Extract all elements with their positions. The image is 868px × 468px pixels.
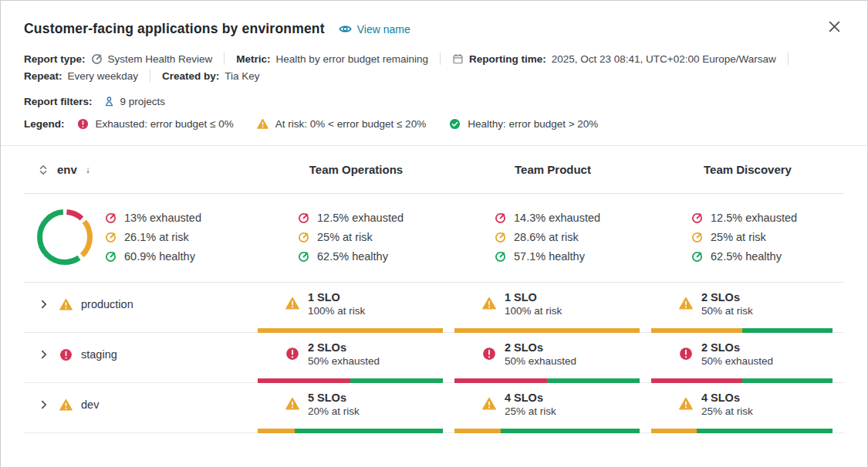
env-cell-staging[interactable]: staging xyxy=(24,333,258,382)
reporting-time-value: 2025, Oct 23 08:41, UTC+02:00 Europe/War… xyxy=(552,53,776,65)
sort-icon[interactable] xyxy=(37,164,49,176)
column-header-team-discovery: Team Discovery xyxy=(651,163,844,176)
stat-text: 62.5% healthy xyxy=(317,250,388,263)
cell-dev-team-operations: 5 SLOs 20% at risk xyxy=(258,383,454,432)
stat-text: 25% at risk xyxy=(711,231,766,243)
calendar-icon xyxy=(452,53,464,65)
summary-team-operations: 12.5% exhausted 25% at risk 62.5% health… xyxy=(258,212,454,263)
summary-team-discovery: 12.5% exhausted 25% at risk 62.5% health… xyxy=(651,212,844,263)
stat-text: 26.1% at risk xyxy=(124,231,189,243)
health-donut-chart xyxy=(35,207,95,267)
cell-production-team-operations: 1 SLO 100% at risk xyxy=(258,283,454,332)
gauge-icon xyxy=(105,212,117,224)
legend-item-healthy: Healthy: error budget > 20% xyxy=(449,118,598,130)
cell-status-icon xyxy=(482,347,496,361)
repeat-value: Every weekday xyxy=(68,70,139,82)
legend-item-text: Exhausted: error budget ≤ 0% xyxy=(96,118,234,130)
page-title: Customer-facing applications by environm… xyxy=(24,21,325,37)
slo-count: 2 SLOs xyxy=(701,341,773,354)
gauge-icon xyxy=(298,212,309,224)
projects-count: 9 projects xyxy=(120,96,166,107)
gauge-icon xyxy=(298,232,309,243)
view-name-label: View name xyxy=(357,23,410,36)
meta-row-1: Report type: System Health Review Metric… xyxy=(24,50,844,67)
slo-subtitle: 50% exhausted xyxy=(308,354,380,368)
stat-text: 57.1% healthy xyxy=(514,250,585,263)
env-status-icon xyxy=(59,348,73,361)
stat-text: 13% exhausted xyxy=(124,212,201,224)
status-bar xyxy=(651,429,833,433)
legend-item-at-risk: At risk: 0% < error budget ≤ 20% xyxy=(257,118,426,130)
view-name-link[interactable]: View name xyxy=(339,22,410,36)
divider xyxy=(788,53,789,65)
slo-count: 4 SLOs xyxy=(505,391,556,405)
repeat-label: Repeat: xyxy=(24,70,62,82)
report-type-icon xyxy=(91,53,103,65)
expand-chevron-icon[interactable] xyxy=(39,398,51,411)
env-cell-production[interactable]: production xyxy=(24,283,258,332)
created-by-label: Created by: xyxy=(162,70,219,82)
status-bar xyxy=(258,429,443,433)
stat-text: 28.6% at risk xyxy=(514,231,579,243)
cell-status-icon xyxy=(285,347,299,361)
created-by-value: Tia Key xyxy=(225,70,259,82)
env-header-label: env xyxy=(57,163,77,176)
expand-chevron-icon[interactable] xyxy=(39,298,51,310)
eye-icon xyxy=(339,22,352,36)
stat-healthy: 62.5% healthy xyxy=(298,250,454,263)
table-header-row: env ↓ Team Operations Team Product Team … xyxy=(24,146,844,194)
cell-staging-team-discovery: 2 SLOs 50% exhausted xyxy=(651,333,844,382)
reporting-time-label: Reporting time: xyxy=(469,53,546,65)
gauge-icon xyxy=(105,251,117,263)
slo-subtitle: 50% exhausted xyxy=(505,354,576,368)
slo-subtitle: 100% at risk xyxy=(505,304,562,317)
cell-staging-team-product: 2 SLOs 50% exhausted xyxy=(454,333,651,382)
env-status-icon xyxy=(59,298,73,311)
gauge-icon xyxy=(495,212,506,224)
slo-count: 2 SLOs xyxy=(701,290,753,304)
table-row-production: production 1 SLO 100% at risk 1 SLO 100%… xyxy=(24,283,844,333)
report-panel: Customer-facing applications by environm… xyxy=(0,0,868,468)
cell-production-team-product: 1 SLO 100% at risk xyxy=(454,283,651,332)
title-row: Customer-facing applications by environm… xyxy=(24,1,844,37)
env-cell-dev[interactable]: dev xyxy=(24,383,258,432)
env-label: dev xyxy=(81,398,99,411)
cell-status-icon xyxy=(285,397,299,411)
report-meta: Report type: System Health Review Metric… xyxy=(24,50,844,84)
metric-label: Metric: xyxy=(236,53,270,65)
report-type-value: System Health Review xyxy=(108,53,213,65)
stat-healthy: 57.1% healthy xyxy=(495,250,651,263)
table-row-staging: staging 2 SLOs 50% exhausted 2 SLOs 50% … xyxy=(24,333,844,383)
stat-exhausted: 14.3% exhausted xyxy=(495,212,651,224)
divider xyxy=(224,53,225,65)
cell-status-icon xyxy=(482,397,496,411)
slo-count: 4 SLOs xyxy=(701,391,753,405)
divider xyxy=(150,70,150,82)
env-status-icon xyxy=(59,398,73,412)
cell-production-team-discovery: 2 SLOs 50% at risk xyxy=(651,283,844,332)
column-header-team-operations: Team Operations xyxy=(258,163,454,176)
stat-text: 62.5% healthy xyxy=(711,250,782,263)
gauge-icon xyxy=(298,251,309,263)
expand-chevron-icon[interactable] xyxy=(39,348,51,361)
summary-overall-stats: 13% exhausted 26.1% at risk 60.9% health… xyxy=(105,212,201,263)
slo-count: 2 SLOs xyxy=(308,341,380,354)
env-label: production xyxy=(81,298,133,310)
slo-subtitle: 25% at risk xyxy=(701,405,753,418)
legend: Legend: Exhausted: error budget ≤ 0% At … xyxy=(24,118,844,130)
summary-team-product: 14.3% exhausted 28.6% at risk 57.1% heal… xyxy=(454,212,651,263)
slo-subtitle: 25% at risk xyxy=(505,405,556,418)
slo-subtitle: 100% at risk xyxy=(308,304,365,317)
status-bar xyxy=(454,429,640,433)
gauge-icon xyxy=(691,212,703,224)
gauge-icon xyxy=(495,232,506,243)
at-risk-status-icon xyxy=(257,118,275,130)
table-row-dev: dev 5 SLOs 20% at risk 4 SLOs 25% at ris… xyxy=(24,383,844,433)
cell-dev-team-product: 4 SLOs 25% at risk xyxy=(454,383,651,432)
cell-status-icon xyxy=(482,297,496,310)
stat-text: 12.5% exhausted xyxy=(711,212,797,224)
close-icon[interactable] xyxy=(829,19,843,33)
column-header-env[interactable]: env ↓ xyxy=(24,163,258,176)
cell-staging-team-operations: 2 SLOs 50% exhausted xyxy=(258,333,454,382)
cell-status-icon xyxy=(679,297,693,310)
